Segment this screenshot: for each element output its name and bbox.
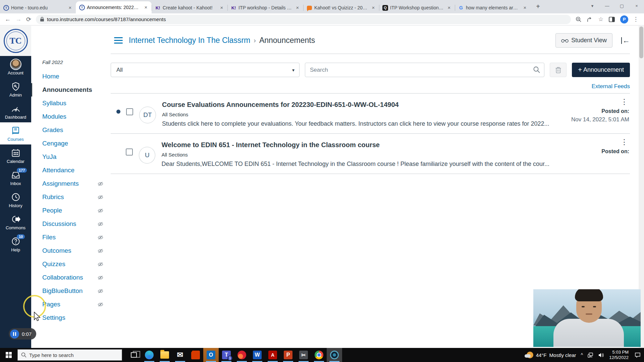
recording-timer[interactable]: 0:07 [9, 328, 36, 340]
announcement-kebab-icon[interactable]: ⋮ [621, 138, 628, 146]
taskbar-weather[interactable]: 44°F Mostly clear [527, 352, 576, 358]
student-view-button[interactable]: Student View [555, 33, 612, 48]
taskbar-app-mail[interactable]: ✉ [172, 348, 188, 362]
announcement-title-link[interactable]: Welcome to EDIN 651 - Internet Technolog… [161, 140, 549, 149]
window-close-button[interactable]: × [629, 3, 644, 8]
announcement-checkbox[interactable] [126, 148, 133, 156]
course-nav-outcomes[interactable]: Outcomes [31, 244, 111, 257]
taskbar-app-snipping-tool[interactable]: ✂ [296, 348, 311, 362]
taskbar-app-flame[interactable] [234, 348, 250, 362]
taskbar-app-powerpoint[interactable]: P [280, 348, 296, 362]
sidebar-item-calendar[interactable]: Calendar [0, 144, 31, 167]
tab-close-icon[interactable]: × [143, 4, 149, 10]
taskbar-app-word[interactable]: W [250, 348, 265, 362]
taskbar-app-outlook[interactable]: O [203, 348, 219, 362]
sidebar-item-account[interactable]: Account [0, 56, 31, 78]
course-nav-quizzes[interactable]: Quizzes [31, 257, 111, 271]
start-button[interactable] [0, 348, 17, 362]
taskbar-app-chrome[interactable] [311, 348, 327, 362]
bookmark-star-icon[interactable]: ☆ [598, 16, 603, 23]
browser-tab[interactable]: Q ITP Workshop questions & ans × [379, 2, 455, 13]
window-maximize-button[interactable]: ▢ [614, 3, 629, 8]
search-input[interactable] [305, 63, 544, 77]
share-icon[interactable] [587, 16, 593, 22]
window-minimize-button[interactable]: — [600, 3, 614, 8]
sidebar-item-inbox[interactable]: 177 Inbox [0, 167, 31, 189]
reload-button[interactable]: ⟳ [26, 16, 31, 23]
collapse-panel-icon[interactable]: ← [621, 37, 630, 44]
taskbar-clock[interactable]: 5:03 PM 12/5/2022 [609, 350, 629, 360]
announcement-title-link[interactable]: Course Evaluations Announcements for 202… [162, 100, 549, 109]
course-nav-cengage[interactable]: Cengage [31, 137, 111, 150]
flame-app-icon [237, 351, 246, 359]
office-icon [191, 351, 200, 359]
announcement-row[interactable]: U Welcome to EDIN 651 - Internet Technol… [111, 134, 630, 174]
taskbar-app-acrobat[interactable]: A [265, 348, 280, 362]
course-nav-people[interactable]: People [31, 204, 111, 217]
course-nav-files[interactable]: Files [31, 231, 111, 244]
browser-tab[interactable]: K! ITP workshop - Details - Kahoot! × [227, 2, 303, 13]
sidebar-item-commons[interactable]: Commons [0, 211, 31, 233]
browser-tab[interactable]: K! Create kahoot - Kahoot! × [152, 2, 227, 13]
browser-tab[interactable]: Kahoot! vs Quizizz - 2022 Comp × [303, 2, 379, 13]
course-nav-discussions[interactable]: Discussions [31, 217, 111, 231]
course-nav-yuja[interactable]: YuJa [31, 150, 111, 164]
sidebar-item-help[interactable]: 10 Help [0, 233, 31, 255]
announcement-kebab-icon[interactable]: ⋮ [621, 98, 628, 106]
breadcrumb-course-link[interactable]: Internet Technology In The Classrm [129, 36, 250, 45]
course-nav-announcements[interactable]: Announcements [31, 83, 111, 97]
url-omnibox[interactable]: touro.instructure.com/courses/87187/anno… [36, 15, 571, 24]
hamburger-menu-icon[interactable] [114, 37, 123, 44]
browser-menu-kebab-icon[interactable]: ⋮ [633, 16, 639, 23]
back-button[interactable]: ← [5, 16, 11, 23]
taskbar-app-teams[interactable]: T1 [219, 348, 234, 362]
sidebar-item-courses[interactable]: Courses [0, 122, 31, 144]
course-nav-modules[interactable]: Modules [31, 110, 111, 123]
browser-tab[interactable]: G how many elements are there - × [455, 2, 531, 13]
delete-button[interactable] [550, 63, 567, 77]
course-nav-grades[interactable]: Grades [31, 123, 111, 137]
zoom-icon[interactable] [576, 16, 582, 22]
course-nav-home[interactable]: Home [31, 70, 111, 83]
side-panel-icon[interactable] [609, 17, 615, 22]
scrollbar-thumb[interactable] [639, 26, 643, 58]
add-announcement-button[interactable]: + Announcement [572, 63, 630, 77]
tab-close-icon[interactable]: × [294, 5, 301, 11]
pause-icon[interactable] [10, 329, 19, 339]
taskbar-search[interactable]: Type here to search [17, 349, 122, 361]
tray-chevron-icon[interactable]: ^ [581, 352, 583, 358]
task-view-button[interactable] [126, 348, 142, 362]
sidebar-item-admin[interactable]: Admin [0, 78, 31, 100]
tab-close-icon[interactable]: × [370, 5, 376, 11]
taskbar-app-edge[interactable] [142, 348, 157, 362]
course-nav-attendance[interactable]: Attendance [31, 164, 111, 177]
sidebar-item-history[interactable]: History [0, 189, 31, 211]
course-nav-bigbluebutton[interactable]: BigBlueButton [31, 284, 111, 298]
sidebar-item-dashboard[interactable]: Dashboard [0, 100, 31, 122]
filter-select[interactable]: All ▾ [111, 63, 300, 77]
taskbar-app-office[interactable] [188, 348, 203, 362]
volume-icon[interactable] [598, 353, 604, 358]
touro-logo[interactable]: TC [0, 26, 31, 56]
browser-tab[interactable]: T Home - touro.edu × [0, 2, 76, 13]
course-nav-collaborations[interactable]: Collaborations [31, 271, 111, 284]
announcement-row[interactable]: DT Course Evaluations Announcements for … [111, 94, 630, 134]
tab-close-icon[interactable]: × [446, 5, 452, 11]
tab-close-icon[interactable]: × [219, 5, 225, 11]
announcement-checkbox[interactable] [126, 108, 133, 115]
tab-close-icon[interactable]: × [67, 5, 73, 11]
browser-tab-active[interactable]: T Announcements: 202230-EDIN- × [76, 1, 152, 13]
profile-avatar[interactable]: P [620, 15, 628, 23]
forward-button[interactable]: → [15, 16, 21, 23]
taskbar-app-screen-recorder[interactable] [327, 348, 342, 362]
course-nav-rubrics[interactable]: Rubrics [31, 190, 111, 204]
network-icon[interactable] [588, 353, 594, 358]
tab-close-icon[interactable]: × [522, 5, 528, 11]
course-nav-assignments[interactable]: Assignments [31, 177, 111, 190]
new-tab-button[interactable]: + [533, 2, 543, 11]
taskbar-app-file-explorer[interactable] [157, 348, 172, 362]
external-feeds-link[interactable]: External Feeds [592, 83, 630, 89]
action-center-icon[interactable] [635, 352, 641, 358]
course-nav-syllabus[interactable]: Syllabus [31, 97, 111, 110]
tab-search-chevron-icon[interactable]: ▾ [585, 3, 600, 8]
